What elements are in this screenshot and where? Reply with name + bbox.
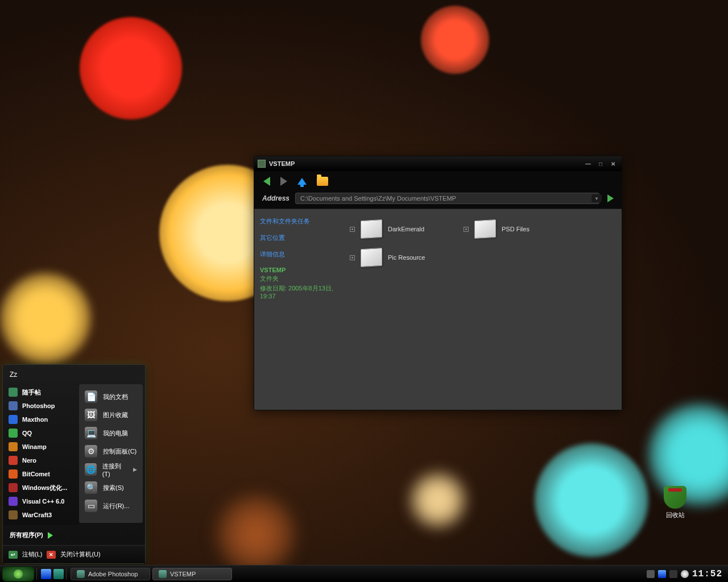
place-icon: 🖼 [85, 409, 97, 421]
logoff-icon: ↩ [9, 551, 18, 559]
app-icon [9, 429, 18, 438]
explorer-window: VSTEMP — □ ✕ Address C:\Documents and Se… [254, 156, 622, 410]
sidebar-detail-modified: 修改日期: 2005年8月13日, 19:37 [260, 284, 342, 300]
explorer-sidebar: 文件和文件夹任务 其它位置 详细信息 VSTEMP 文件夹 修改日期: 2005… [254, 209, 348, 410]
place-icon: 🔍 [85, 481, 97, 494]
pinned-app[interactable]: Maxthon [3, 413, 79, 426]
addressbar: Address C:\Documents and Settings\Zz\My … [254, 192, 622, 209]
expand-icon[interactable]: + [464, 227, 469, 232]
start-menu: Zz 随手帖PhotoshopMaxthonQQWinampNeroBitCom… [2, 364, 146, 564]
titlebar[interactable]: VSTEMP — □ ✕ [254, 156, 622, 171]
start-menu-places: 📄我的文档🖼图片收藏💻我的电脑⚙控制面板(C)🌐连接到(T)▶🔍搜索(S)▭运行… [79, 384, 143, 523]
start-place-item[interactable]: ▭运行(R)... [79, 497, 143, 515]
place-icon: ▭ [85, 500, 97, 512]
taskbar-task[interactable]: Adobe Photoshop [71, 568, 150, 580]
window-icon [258, 160, 266, 168]
app-icon [9, 415, 18, 424]
back-button[interactable] [263, 177, 270, 186]
place-icon: 💻 [85, 427, 97, 439]
go-button[interactable] [607, 194, 614, 202]
task-icon [159, 570, 167, 578]
folder-name: Pic Resource [388, 254, 425, 261]
sidebar-places-header[interactable]: 其它位置 [260, 234, 342, 242]
quick-launch-desktop[interactable] [41, 569, 51, 579]
pinned-app[interactable]: Photoshop [3, 399, 79, 413]
start-place-item[interactable]: 💻我的电脑 [79, 424, 143, 442]
shutdown-button[interactable]: 关闭计算机(U) [60, 550, 100, 559]
start-menu-footer: ↩ 注销(L) ✕ 关闭计算机(U) [3, 545, 145, 563]
all-programs-button[interactable]: 所有程序(P) [3, 525, 145, 545]
close-button[interactable]: ✕ [608, 160, 618, 168]
app-icon [9, 401, 18, 410]
start-place-item[interactable]: 🖼图片收藏 [79, 406, 143, 424]
tray-app-icon[interactable] [658, 570, 666, 578]
tray-lang-icon[interactable] [647, 570, 655, 578]
logoff-button[interactable]: 注销(L) [22, 550, 42, 559]
quick-launch-app[interactable] [53, 569, 64, 579]
pinned-app[interactable]: 随手帖 [3, 385, 79, 399]
sidebar-details-header[interactable]: 详细信息 [260, 250, 342, 259]
folder-name: PSD Files [502, 226, 530, 232]
app-icon [9, 388, 18, 397]
explorer-content[interactable]: +DarkEmerald+PSD Files+Pic Resource [348, 209, 622, 410]
start-menu-pinned: 随手帖PhotoshopMaxthonQQWinampNeroBitCometW… [3, 382, 79, 525]
folders-button[interactable] [317, 177, 328, 186]
app-icon [9, 483, 18, 492]
tray-volume-icon[interactable] [669, 570, 677, 578]
folder-icon [474, 219, 496, 239]
folder-item[interactable]: +PSD Files [461, 215, 575, 243]
taskbar: Adobe PhotoshopVSTEMP 11:52 [0, 565, 728, 582]
app-icon [9, 456, 18, 465]
pinned-app[interactable]: QQ [3, 426, 79, 440]
folder-icon [361, 248, 382, 267]
pinned-app[interactable]: BitComet [3, 467, 79, 481]
taskbar-clock[interactable]: 11:52 [692, 569, 722, 579]
folder-name: DarkEmerald [388, 226, 424, 232]
task-icon [77, 570, 85, 578]
sidebar-tasks-header[interactable]: 文件和文件夹任务 [260, 217, 342, 226]
start-place-item[interactable]: 📄我的文档 [79, 388, 143, 406]
start-place-item[interactable]: 🔍搜索(S) [79, 479, 143, 497]
maximize-button[interactable]: □ [595, 160, 606, 168]
tray-clock-icon[interactable] [681, 570, 689, 578]
taskbar-task[interactable]: VSTEMP [152, 568, 232, 580]
toolbar [254, 171, 622, 192]
place-icon: 📄 [85, 390, 97, 403]
address-label: Address [262, 194, 289, 202]
pinned-app[interactable]: WarCraft3 [3, 508, 79, 522]
start-menu-username: Zz [3, 365, 145, 382]
start-place-item[interactable]: 🌐连接到(T)▶ [79, 460, 143, 479]
expand-icon[interactable]: + [350, 227, 355, 232]
app-icon [9, 442, 18, 451]
pinned-app[interactable]: Winamp [3, 440, 79, 454]
app-icon [9, 497, 18, 506]
forward-button[interactable] [280, 177, 287, 186]
recycle-bin-label: 回收站 [655, 511, 695, 519]
start-button[interactable] [2, 567, 34, 581]
pinned-app[interactable]: Windows优化... [3, 481, 79, 494]
place-icon: ⚙ [85, 445, 97, 458]
folder-item[interactable]: +Pic Resource [348, 243, 461, 272]
address-dropdown[interactable]: ▼ [592, 194, 602, 202]
folder-item[interactable]: +DarkEmerald [348, 215, 461, 243]
shutdown-icon: ✕ [47, 551, 56, 559]
sidebar-detail-type: 文件夹 [260, 275, 342, 283]
place-icon: 🌐 [85, 463, 97, 476]
system-tray: 11:52 [647, 569, 726, 579]
expand-icon[interactable]: + [350, 255, 355, 260]
trash-icon [664, 486, 686, 509]
up-button[interactable] [297, 178, 307, 185]
window-title: VSTEMP [269, 160, 295, 167]
recycle-bin-icon[interactable]: 回收站 [655, 486, 695, 519]
address-input[interactable]: C:\Documents and Settings\Zz\My Document… [295, 193, 599, 204]
pinned-app[interactable]: Visual C++ 6.0 [3, 494, 79, 508]
app-icon [9, 510, 18, 519]
start-place-item[interactable]: ⚙控制面板(C) [79, 442, 143, 460]
folder-icon [361, 219, 382, 239]
pinned-app[interactable]: Nero [3, 454, 79, 467]
minimize-button[interactable]: — [583, 160, 593, 168]
app-icon [9, 469, 18, 479]
chevron-right-icon [48, 532, 53, 539]
chevron-right-icon: ▶ [133, 467, 137, 472]
sidebar-detail-title: VSTEMP [260, 267, 342, 273]
